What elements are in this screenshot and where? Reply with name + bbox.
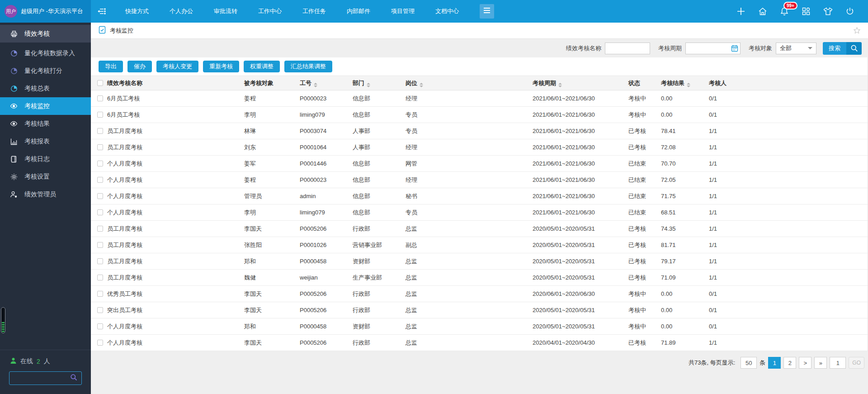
- col-header-5[interactable]: 考核周期: [533, 79, 628, 87]
- sidebar-search-input[interactable]: [14, 375, 70, 382]
- sort-icon[interactable]: [420, 83, 423, 87]
- sidebar-item-1[interactable]: 量化考核数据录入: [0, 44, 91, 62]
- row-checkbox[interactable]: [97, 226, 103, 232]
- row-checkbox[interactable]: [97, 307, 103, 313]
- more-menu-button[interactable]: [480, 4, 494, 19]
- row-checkbox[interactable]: [97, 161, 103, 166]
- row-checkbox[interactable]: [97, 193, 103, 199]
- nav-item-7[interactable]: 文档中心: [435, 7, 459, 15]
- col-header-2[interactable]: 工号: [300, 79, 353, 87]
- toolbar-button-3[interactable]: 重新考核: [203, 61, 239, 72]
- row-checkbox[interactable]: [97, 209, 103, 215]
- filter-bar: 绩效考核名称 考核周期 考核对象 全部 搜索: [91, 39, 868, 57]
- table-row[interactable]: 6月员工考核李明liming079信息部专员2021/06/01~2021/06…: [91, 107, 868, 123]
- toolbar-button-4[interactable]: 权重调整: [244, 61, 280, 72]
- row-checkbox[interactable]: [97, 340, 103, 346]
- sidebar-item-8[interactable]: 考核设置: [0, 168, 91, 185]
- row-checkbox[interactable]: [97, 144, 103, 150]
- bar-chart-icon: [10, 138, 18, 145]
- table-row[interactable]: 员工月度考核李国天P0005206行政部总监2020/05/01~2020/05…: [91, 221, 868, 237]
- toolbar-button-0[interactable]: 导出: [99, 61, 123, 72]
- cell-emp_id: P0001064: [300, 144, 353, 151]
- row-checkbox[interactable]: [97, 112, 103, 118]
- table-row[interactable]: 员工月度考核刘东P0001064人事部经理2021/06/01~2021/06/…: [91, 139, 868, 156]
- row-checkbox[interactable]: [97, 323, 103, 329]
- row-checkbox[interactable]: [97, 177, 103, 183]
- cell-assessor: 0/1: [709, 111, 868, 118]
- table-row[interactable]: 个人月度考核李明liming079信息部专员2021/06/01~2021/06…: [91, 204, 868, 221]
- col-header-4[interactable]: 岗位: [406, 79, 533, 87]
- toolbar-button-1[interactable]: 催办: [127, 61, 152, 72]
- page-jump-input[interactable]: [830, 357, 846, 369]
- nav-item-3[interactable]: 工作中心: [258, 7, 282, 15]
- page-go-button[interactable]: GO: [849, 357, 864, 369]
- table-row[interactable]: 个人月度考核姜程P0000023信息部经理2021/06/01~2021/06/…: [91, 172, 868, 188]
- sidebar-item-3[interactable]: 考核总表: [0, 80, 91, 97]
- sidebar-item-7[interactable]: 考核日志: [0, 150, 91, 168]
- table-header: 绩效考核名称被考核对象工号部门岗位考核周期状态考核结果考核人: [91, 76, 868, 90]
- next-page-button[interactable]: >: [799, 357, 811, 369]
- cell-result: 79.17: [661, 258, 709, 265]
- row-checkbox[interactable]: [97, 275, 103, 280]
- table-row[interactable]: 个人月度考核郑和P0000458资财部总监2020/05/01~2020/05/…: [91, 318, 868, 335]
- cell-name: 个人月度考核: [107, 209, 244, 217]
- table-row[interactable]: 个人月度考核姜军P0001446信息部网管2021/06/01~2021/06/…: [91, 156, 868, 172]
- last-page-button[interactable]: »: [814, 357, 827, 369]
- search-button[interactable]: 搜索: [823, 42, 862, 55]
- row-checkbox[interactable]: [97, 128, 103, 134]
- page-button-2[interactable]: 2: [783, 357, 796, 369]
- row-checkbox[interactable]: [97, 95, 103, 101]
- table-row[interactable]: 6月员工考核姜程P0000023信息部经理2021/06/01~2021/06/…: [91, 90, 868, 107]
- cell-assessor: 1/1: [709, 258, 868, 265]
- nav-item-0[interactable]: 快捷方式: [125, 7, 149, 15]
- sort-icon[interactable]: [367, 83, 370, 87]
- nav-item-4[interactable]: 工作任务: [302, 7, 326, 15]
- table-row[interactable]: 个人月度考核李国天P0005206行政部总监2020/04/01~2020/04…: [91, 335, 868, 351]
- sort-icon[interactable]: [558, 83, 562, 87]
- sidebar-item-label: 考核结果: [24, 120, 50, 128]
- favorite-star-icon[interactable]: [853, 27, 861, 34]
- sort-icon[interactable]: [687, 83, 690, 87]
- table-row[interactable]: 个人月度考核管理员admin信息部秘书2021/06/01~2021/06/30…: [91, 188, 868, 204]
- assessment-target-select[interactable]: 全部: [776, 43, 816, 54]
- calendar-icon[interactable]: [731, 45, 738, 54]
- nav-item-1[interactable]: 个人办公: [170, 7, 193, 15]
- sidebar-item-9[interactable]: 绩效管理员: [0, 185, 91, 203]
- sidebar-item-4[interactable]: 考核监控: [0, 97, 91, 115]
- cell-post: 经理: [406, 95, 533, 103]
- sidebar-item-2[interactable]: 量化考核打分: [0, 62, 91, 80]
- home-icon[interactable]: [758, 7, 767, 16]
- table-row[interactable]: 优秀员工考核李国天P0005206行政部总监2020/06/01~2020/06…: [91, 286, 868, 302]
- theme-shirt-icon[interactable]: [823, 7, 833, 16]
- sort-icon[interactable]: [314, 83, 317, 87]
- power-icon[interactable]: [845, 7, 854, 16]
- menu-fold-icon[interactable]: [97, 7, 106, 16]
- toolbar-button-2[interactable]: 考核人变更: [156, 61, 198, 72]
- sidebar-item-5[interactable]: 考核结果: [0, 115, 91, 133]
- table-row[interactable]: 员工月度考核魏健weijian生产事业部总监2020/05/01~2020/05…: [91, 270, 868, 286]
- user-avatar[interactable]: 用户: [5, 5, 17, 18]
- row-checkbox[interactable]: [97, 258, 103, 264]
- nav-item-6[interactable]: 项目管理: [391, 7, 415, 15]
- row-checkbox[interactable]: [97, 291, 103, 297]
- col-header-7[interactable]: 考核结果: [661, 79, 709, 87]
- page-button-1[interactable]: 1: [768, 357, 781, 369]
- table-row[interactable]: 员工月度考核郑和P0000458资财部总监2020/05/01~2020/05/…: [91, 253, 868, 270]
- sidebar-item-6[interactable]: 考核报表: [0, 133, 91, 150]
- col-header-3[interactable]: 部门: [353, 79, 406, 87]
- table-row[interactable]: 员工月度考核张胜阳P0001026营销事业部副总2020/05/01~2020/…: [91, 237, 868, 253]
- row-checkbox[interactable]: [97, 242, 103, 248]
- toolbar-button-5[interactable]: 汇总结果调整: [284, 61, 332, 72]
- sidebar-item-0[interactable]: 绩效考核: [0, 25, 91, 43]
- nav-item-5[interactable]: 内部邮件: [347, 7, 370, 15]
- select-all-checkbox[interactable]: [97, 80, 103, 86]
- assessment-name-input[interactable]: [605, 43, 650, 54]
- apps-grid-icon[interactable]: [802, 7, 811, 16]
- table-row[interactable]: 员工月度考核林琳P0003074人事部专员2021/06/01~2021/06/…: [91, 123, 868, 139]
- search-icon[interactable]: [70, 374, 77, 383]
- plus-icon[interactable]: [736, 7, 745, 16]
- table-row[interactable]: 突出员工考核李国天P0005206行政部总监2020/05/01~2020/05…: [91, 302, 868, 318]
- notifications-icon[interactable]: 99+: [780, 7, 789, 16]
- page-size-select[interactable]: 50: [741, 357, 757, 369]
- nav-item-2[interactable]: 审批流转: [214, 7, 237, 15]
